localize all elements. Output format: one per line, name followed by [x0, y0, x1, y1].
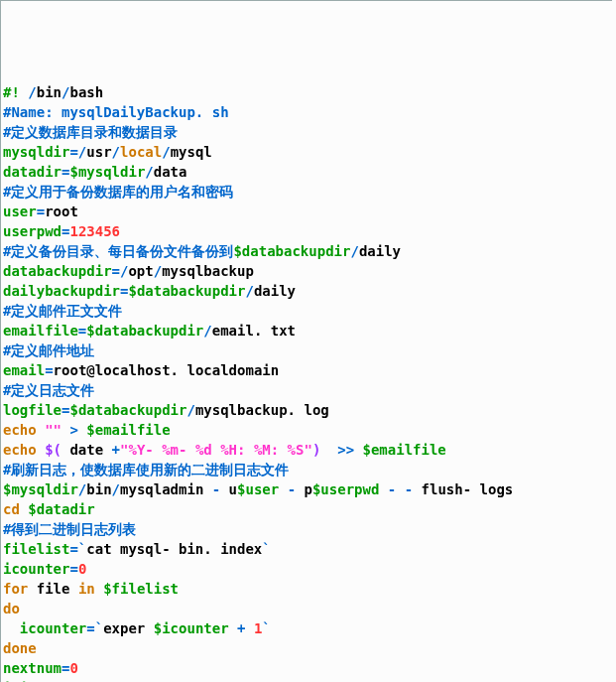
- code-token: datadir: [3, 164, 62, 180]
- code-block: #! /bin/bash#Name: mysqlDailyBackup. sh#…: [3, 82, 610, 682]
- code-token: $(: [45, 442, 62, 458]
- code-token: [37, 422, 45, 438]
- code-token: >: [69, 422, 86, 438]
- code-token: /: [145, 164, 153, 180]
- code-token: cat mysql- bin. index: [86, 541, 262, 557]
- code-token: icounter: [3, 561, 69, 577]
- code-token: in: [78, 581, 95, 597]
- code-token: /: [112, 144, 120, 160]
- code-token: $mysqldir: [3, 481, 78, 497]
- code-line: ifile=0: [3, 678, 610, 682]
- code-line: datadir=$mysqldir/data: [3, 162, 610, 182]
- code-line: mysqldir=/usr/local/mysql: [3, 142, 610, 162]
- code-token: 0: [78, 561, 86, 577]
- code-token: databackupdir: [3, 263, 112, 279]
- code-token: #!: [3, 84, 28, 100]
- code-token: data: [154, 164, 187, 180]
- code-token: $user: [237, 481, 279, 497]
- code-token: emailfile: [3, 323, 78, 339]
- code-token: =/: [112, 263, 129, 279]
- code-line: #定义邮件地址: [3, 341, 610, 360]
- code-token: mysqldir: [3, 144, 69, 160]
- code-token: /: [350, 243, 358, 259]
- code-token: [279, 481, 287, 497]
- code-token: =: [37, 204, 45, 219]
- code-token: /: [154, 263, 162, 279]
- code-token: $filelist: [103, 581, 179, 597]
- code-token: $databackupdir: [69, 402, 186, 418]
- code-token: bash: [69, 84, 103, 100]
- code-line: cd $datadir: [3, 499, 610, 519]
- code-token: opt: [128, 263, 153, 279]
- code-token: u: [220, 481, 237, 497]
- code-line: #定义邮件正文文件: [3, 301, 610, 321]
- code-line: #! /bin/bash: [3, 82, 610, 102]
- code-token: do: [3, 601, 20, 616]
- code-token: >>: [337, 442, 362, 458]
- code-line: echo "" > $emailfile: [3, 420, 610, 440]
- code-token: /: [162, 144, 170, 160]
- code-line: for file in $filelist: [3, 579, 610, 599]
- code-token: [95, 581, 103, 597]
- code-token: $databackupdir: [128, 283, 245, 299]
- code-token: email: [3, 362, 45, 378]
- code-token: logfile: [3, 402, 62, 418]
- code-line: userpwd=123456: [3, 221, 610, 241]
- code-token: =`: [86, 620, 103, 636]
- code-line: dailybackupdir=$databackupdir/daily: [3, 281, 610, 301]
- code-token: #定义备份目录、每日备份文件备份到: [3, 243, 233, 259]
- code-line: email=root@localhost. localdomain: [3, 360, 610, 380]
- code-line: #定义数据库目录和数据目录: [3, 122, 610, 142]
- code-token: -: [288, 481, 296, 497]
- code-token: user: [3, 204, 37, 219]
- code-token: #定义数据库目录和数据目录: [3, 124, 178, 140]
- code-token: `: [262, 541, 270, 557]
- code-token: "%Y- %m- %d %H: %M: %S": [120, 442, 312, 458]
- code-token: #刷新日志，使数据库使用新的二进制日志文件: [3, 462, 289, 477]
- code-line: #Name: mysqlDailyBackup. sh: [3, 102, 610, 122]
- code-token: =/: [69, 144, 86, 160]
- code-token: echo: [3, 422, 37, 438]
- code-line: #得到二进制日志列表: [3, 519, 610, 539]
- code-token: $icounter: [154, 620, 229, 636]
- code-token: /: [28, 84, 36, 100]
- code-line: databackupdir=/opt/mysqlbackup: [3, 261, 610, 281]
- code-token: #定义日志文件: [3, 382, 94, 398]
- code-token: [37, 442, 45, 458]
- code-line: #定义用于备份数据库的用户名和密码: [3, 182, 610, 202]
- code-token: cd: [3, 501, 20, 517]
- code-token: /: [203, 323, 211, 339]
- code-token: local: [120, 144, 162, 160]
- code-token: [320, 442, 337, 458]
- code-token: [3, 620, 20, 636]
- code-token: -: [212, 481, 220, 497]
- code-token: dailybackupdir: [3, 283, 120, 299]
- code-token: email. txt: [212, 323, 296, 339]
- code-line: #定义日志文件: [3, 380, 610, 400]
- code-token: =: [45, 362, 53, 378]
- code-token: daily: [254, 283, 296, 299]
- code-token: echo: [3, 442, 37, 458]
- code-line: user=root: [3, 202, 610, 221]
- code-token: filelist: [3, 541, 69, 557]
- code-token: /: [245, 283, 253, 299]
- code-token: flush- logs: [413, 481, 513, 497]
- code-line: nextnum=0: [3, 658, 610, 678]
- code-token: $emailfile: [363, 442, 446, 458]
- code-token: exper: [103, 620, 154, 636]
- code-token: nextnum: [3, 660, 62, 676]
- code-token: =: [69, 561, 77, 577]
- code-token: "": [45, 422, 62, 438]
- code-line: filelist=`cat mysql- bin. index`: [3, 539, 610, 559]
- code-token: `: [262, 620, 270, 636]
- code-token: $databackupdir: [233, 243, 350, 259]
- code-token: $userpwd: [312, 481, 379, 497]
- code-token: icounter: [20, 620, 86, 636]
- code-line: do: [3, 599, 610, 618]
- code-token: [229, 620, 237, 636]
- code-token: #定义用于备份数据库的用户名和密码: [3, 184, 233, 200]
- code-token: [245, 620, 253, 636]
- code-line: logfile=$databackupdir/mysqlbackup. log: [3, 400, 610, 420]
- code-token: usr: [86, 144, 111, 160]
- code-token: for: [3, 581, 28, 597]
